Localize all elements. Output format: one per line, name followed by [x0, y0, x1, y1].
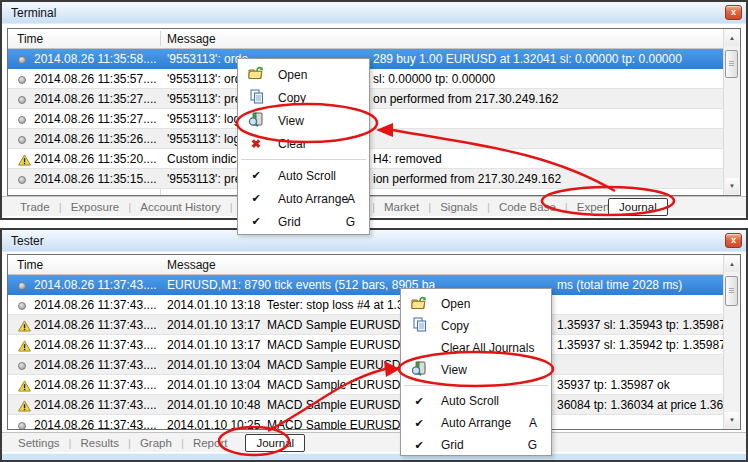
- terminal-title: Terminal: [11, 6, 56, 20]
- time-column-header[interactable]: Time: [17, 32, 43, 46]
- menu-item-clear-all-journals[interactable]: Clear All Journals: [401, 337, 551, 359]
- check-icon: ✔: [410, 395, 428, 408]
- tab-account-history[interactable]: Account History: [140, 201, 221, 213]
- tab-graph[interactable]: Graph: [140, 437, 172, 449]
- row-time: 2014.08.26 11:35:58....: [34, 52, 157, 66]
- tab-trade[interactable]: Trade: [20, 201, 50, 213]
- copy-icon: [247, 89, 265, 107]
- menu-item-open[interactable]: Open: [238, 63, 369, 86]
- check-icon: ✔: [410, 439, 428, 452]
- tester-context-menu: Open Copy Clear All Journals View ✔ Auto…: [400, 288, 552, 456]
- row-message-cont: 289 buy 1.00 EURUSD at 1.32041 sl: 0.000…: [373, 52, 682, 66]
- row-message-cont: on performed from 217.30.249.162: [373, 92, 558, 106]
- close-icon[interactable]: x: [725, 5, 742, 20]
- row-time: 2014.08.26 11:37:43....: [34, 418, 157, 430]
- row-time: 2014.08.26 11:35:20....: [34, 152, 157, 166]
- tab-journal[interactable]: Journal: [608, 198, 668, 216]
- terminal-titlebar[interactable]: Terminal x: [2, 2, 746, 24]
- tester-titlebar[interactable]: Tester x: [2, 230, 746, 252]
- row-message-cont: 35937 tp: 1.35987 ok: [557, 378, 670, 392]
- status-dot-icon: [18, 280, 26, 290]
- menu-item-copy[interactable]: Copy: [238, 86, 369, 109]
- journal-row[interactable]: 2014.08.26 11:37:43.... 2014.01.10 13:17…: [8, 335, 723, 355]
- menu-item-grid[interactable]: ✔ Grid G: [401, 434, 551, 456]
- status-dot-icon: [18, 74, 26, 84]
- tab-settings[interactable]: Settings: [18, 437, 60, 449]
- scroll-up-icon[interactable]: ▲: [725, 256, 739, 272]
- status-dot-icon: [18, 94, 26, 104]
- journal-row[interactable]: 2014.08.26 11:37:43.... EURUSD,M1: 8790 …: [8, 275, 723, 295]
- header-divider: [160, 31, 161, 46]
- row-message-cont: 36084 tp: 1.36034 at price 1.36...: [557, 398, 733, 412]
- menu-item-grid[interactable]: ✔ Grid G: [238, 210, 369, 233]
- row-message: 2014.01.10 13:04 MACD Sample EURUSD,M1: …: [167, 358, 434, 372]
- row-message: 2014.01.10 10:48 MACD Sample EURUSD,M1: …: [167, 398, 436, 412]
- time-column-header[interactable]: Time: [17, 258, 43, 272]
- menu-item-view[interactable]: View: [401, 359, 551, 381]
- tester-title: Tester: [11, 234, 44, 248]
- check-icon: ✔: [247, 215, 265, 228]
- check-icon: ✔: [247, 192, 265, 205]
- warning-icon: [18, 400, 31, 415]
- journal-row[interactable]: 2014.08.26 11:37:43.... 2014.01.10 13:04…: [8, 355, 723, 375]
- scroll-down-icon[interactable]: ▼: [725, 178, 739, 194]
- tester-journal-table: Time Message 2014.08.26 11:37:43.... EUR…: [7, 254, 741, 430]
- terminal-window: Terminal x Time Message 2014.08.26 11:35…: [0, 0, 748, 220]
- tab-market[interactable]: Market: [384, 201, 419, 213]
- scroll-down-icon[interactable]: ▼: [725, 412, 739, 428]
- message-column-header[interactable]: Message: [167, 258, 216, 272]
- tab-journal[interactable]: Journal: [245, 434, 305, 452]
- open-folder-icon: [247, 66, 265, 83]
- journal-row[interactable]: 2014.08.26 11:37:43.... 2014.01.10 10:25…: [8, 415, 723, 430]
- warning-icon: [18, 340, 31, 355]
- row-message: EURUSD,M1: 8790 tick events (512 bars, 8…: [167, 278, 435, 292]
- scroll-up-icon[interactable]: ▲: [725, 30, 739, 46]
- journal-row[interactable]: 2014.08.26 11:37:43.... 2014.01.10 13:17…: [8, 315, 723, 335]
- terminal-tabbar: Trade| Exposure| Account History| N | Ma…: [2, 196, 746, 216]
- row-message-cont: H4: removed: [373, 152, 442, 166]
- row-time: 2014.08.26 11:35:27....: [34, 112, 157, 126]
- tab-exposure[interactable]: Exposure: [71, 201, 120, 213]
- row-time: 2014.08.26 11:37:43....: [34, 398, 157, 412]
- status-dot-icon: [18, 360, 26, 370]
- menu-item-open[interactable]: Open: [401, 293, 551, 315]
- view-icon: [247, 112, 265, 130]
- menu-item-auto-arrange[interactable]: ✔ Auto Arrange A: [401, 412, 551, 434]
- row-message: '9553113': logi: [167, 132, 243, 146]
- menu-item-auto-arrange[interactable]: ✔ Auto Arrange A: [238, 187, 369, 210]
- message-column-header[interactable]: Message: [167, 32, 216, 46]
- check-icon: ✔: [410, 417, 428, 430]
- row-message: '9553113': logi: [167, 112, 243, 126]
- menu-item-auto-scroll[interactable]: ✔ Auto Scroll: [401, 390, 551, 412]
- tab-signals[interactable]: Signals: [440, 201, 478, 213]
- tab-results[interactable]: Results: [81, 437, 119, 449]
- row-time: 2014.08.26 11:35:15....: [34, 172, 157, 186]
- status-dot-icon: [18, 300, 26, 310]
- menu-item-auto-scroll[interactable]: ✔ Auto Scroll: [238, 164, 369, 187]
- vertical-scrollbar[interactable]: ▲ ▼: [723, 29, 740, 195]
- table-header: Time Message: [8, 29, 723, 49]
- row-message: '9553113': orde: [167, 52, 248, 66]
- menu-item-clear[interactable]: ✖ Clear: [238, 132, 369, 155]
- journal-row[interactable]: 2014.08.26 11:37:43.... 2014.01.10 13:18…: [8, 295, 723, 315]
- row-time: 2014.08.26 11:37:43....: [34, 298, 157, 312]
- menu-separator: [241, 159, 366, 160]
- open-folder-icon: [410, 296, 428, 313]
- journal-row[interactable]: 2014.08.26 11:37:43.... 2014.01.10 10:48…: [8, 395, 723, 415]
- row-message: 2014.01.10 13:04 MACD Sample EURUSD,M1: …: [167, 378, 434, 392]
- row-message-cont: ms (total time 2028 ms): [557, 278, 682, 292]
- menu-item-copy[interactable]: Copy: [401, 315, 551, 337]
- close-icon[interactable]: x: [725, 233, 742, 248]
- tab-report[interactable]: Report: [193, 437, 228, 449]
- check-icon: ✔: [247, 169, 265, 182]
- clear-icon: ✖: [247, 137, 265, 151]
- row-time: 2014.08.26 11:37:43....: [34, 318, 157, 332]
- vertical-scrollbar[interactable]: ▲ ▼: [723, 255, 740, 429]
- status-dot-icon: [18, 114, 26, 124]
- scrollbar-thumb[interactable]: [725, 50, 738, 78]
- scrollbar-thumb[interactable]: [725, 276, 738, 306]
- tab-code-base[interactable]: Code Base: [499, 201, 556, 213]
- journal-row[interactable]: 2014.08.26 11:37:43.... 2014.01.10 13:04…: [8, 375, 723, 395]
- menu-item-view[interactable]: View: [238, 109, 369, 132]
- row-message: 2014.01.10 13:17 MACD Sample EURUSD,M1: …: [167, 318, 437, 332]
